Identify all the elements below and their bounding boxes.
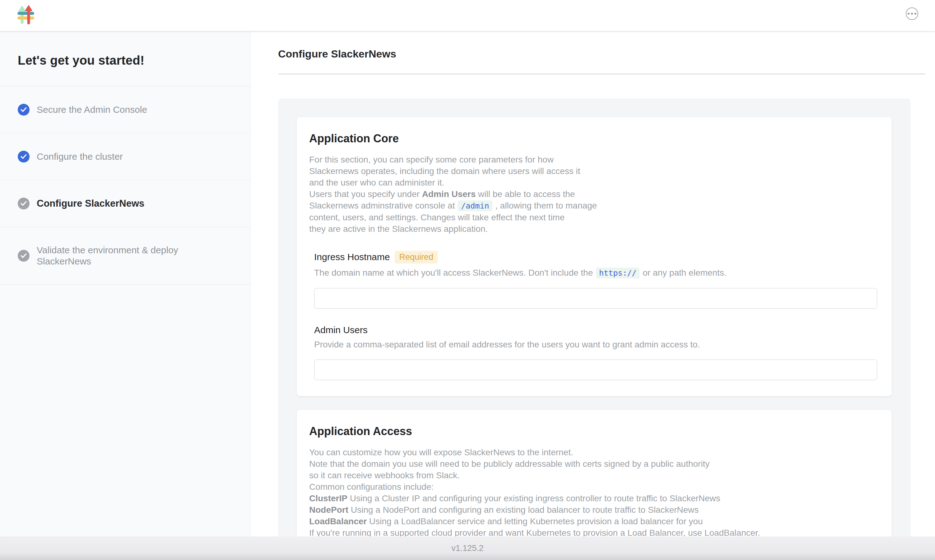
text-run: content, users, and settings. Changes wi… xyxy=(309,212,565,222)
version-label: v1.125.2 xyxy=(451,543,484,553)
text-line: so it can receive webhooks from Slack. xyxy=(309,469,879,481)
step-label: Secure the Admin Console xyxy=(37,104,147,115)
text-run: Using a Cluster IP and configuring your … xyxy=(347,494,721,503)
step-check-icon xyxy=(18,151,29,163)
step-check-icon xyxy=(18,104,29,115)
text-run: Common configurations include: xyxy=(309,482,434,492)
ingress-hostname-input[interactable] xyxy=(314,288,877,309)
config-panel: Application Core For this section, you c… xyxy=(278,98,910,560)
step-check-icon xyxy=(18,198,29,209)
bold-text: NodePort xyxy=(309,505,349,515)
text-line: For this section, you can specify some c… xyxy=(309,154,879,165)
text-line: content, users, and settings. Changes wi… xyxy=(309,212,879,223)
admin-users-help: Provide a comma-separated list of email … xyxy=(314,338,879,351)
step-list: Secure the Admin ConsoleConfigure the cl… xyxy=(0,86,250,285)
ellipsis-icon xyxy=(911,13,913,15)
text-run: Slackernews adminstrative console at xyxy=(309,201,457,211)
step-label: Configure SlackerNews xyxy=(37,198,144,209)
text-run: will be able to access the xyxy=(475,189,575,199)
form-fields: Ingress HostnameRequiredThe domain name … xyxy=(309,251,879,380)
ellipsis-icon xyxy=(908,13,909,15)
text-line: and the user who can administer it. xyxy=(309,177,879,188)
step-check-icon xyxy=(18,250,29,262)
main-content: Configure SlackerNews Application Core F… xyxy=(251,31,935,560)
admin-users-field-group: Admin UsersProvide a comma-separated lis… xyxy=(314,325,879,380)
text-line: You can customize how you will expose Sl… xyxy=(309,446,879,458)
admin-users-input[interactable] xyxy=(314,360,877,380)
text-run: Using a NodePort and configuring an exis… xyxy=(349,505,699,515)
bold-text: Admin Users xyxy=(422,189,476,199)
step-label: Validate the environment & deploy Slacke… xyxy=(37,245,223,267)
text-line: Slackernews adminstrative console at /ad… xyxy=(309,200,879,212)
inline-code-chip: https:// xyxy=(596,268,639,278)
overflow-menu-button[interactable] xyxy=(906,8,918,20)
text-line: Slackernews operates, including the doma… xyxy=(309,165,879,177)
inline-code-chip: /admin xyxy=(458,200,492,211)
ingress-hostname-help: The domain name at which you'll access S… xyxy=(314,267,879,279)
ingress-hostname-field-group: Ingress HostnameRequiredThe domain name … xyxy=(314,251,879,309)
text-run: or any path elements. xyxy=(640,268,726,277)
text-run: For this section, you can specify some c… xyxy=(309,155,554,165)
ingress-hostname-label: Ingress HostnameRequired xyxy=(314,251,879,263)
version-footer: v1.125.2 xyxy=(0,536,935,560)
text-run: , allowing them to manage xyxy=(493,201,597,211)
required-badge: Required xyxy=(395,251,438,263)
card-intro: You can customize how you will expose Sl… xyxy=(309,446,879,538)
text-run: The domain name at which you'll access S… xyxy=(314,268,596,277)
bold-text: ClusterIP xyxy=(309,494,347,503)
sidebar-title: Let's get you started! xyxy=(18,54,233,68)
slackernews-logo-icon xyxy=(17,5,34,26)
text-run: You can customize how you will expose Sl… xyxy=(309,448,573,457)
sidebar-step-configure-slackernews[interactable]: Configure SlackerNews xyxy=(0,180,250,227)
text-run: Users that you specify under xyxy=(309,189,422,199)
text-line: Common configurations include: xyxy=(309,481,879,492)
text-run: Using a LoadBalancer service and letting… xyxy=(367,517,703,526)
admin-users-label: Admin Users xyxy=(314,325,879,335)
setup-steps-sidebar: Let's get you started! Secure the Admin … xyxy=(0,31,251,536)
application-core-card: Application Core For this section, you c… xyxy=(297,117,892,396)
text-run: and the user who can administer it. xyxy=(309,178,444,188)
text-line: NodePort Using a NodePort and configurin… xyxy=(309,504,879,515)
step-label: Configure the cluster xyxy=(37,151,123,162)
text-run: they are active in the Slackernews appli… xyxy=(309,224,488,234)
page-title: Configure SlackerNews xyxy=(278,31,925,60)
text-run: Slackernews operates, including the doma… xyxy=(309,166,580,176)
text-line: Users that you specify under Admin Users… xyxy=(309,188,879,200)
text-run: Provide a comma-separated list of email … xyxy=(314,340,700,349)
sidebar-header: Let's get you started! xyxy=(0,31,250,86)
sidebar-step-validate-the-environment-deploy-slackernews[interactable]: Validate the environment & deploy Slacke… xyxy=(0,227,250,285)
text-run: Note that the domain you use will need t… xyxy=(309,459,710,469)
text-run: so it can receive webhooks from Slack. xyxy=(309,471,460,480)
text-line: Note that the domain you use will need t… xyxy=(309,458,879,469)
top-header xyxy=(0,0,935,31)
card-intro: For this section, you can specify some c… xyxy=(309,154,879,235)
text-line: LoadBalancer Using a LoadBalancer servic… xyxy=(309,515,879,527)
sidebar-step-configure-the-cluster[interactable]: Configure the cluster xyxy=(0,133,250,180)
card-title: Application Core xyxy=(309,132,879,145)
bold-text: LoadBalancer xyxy=(309,517,367,526)
text-line: they are active in the Slackernews appli… xyxy=(309,223,879,235)
sidebar-step-secure-the-admin-console[interactable]: Secure the Admin Console xyxy=(0,86,250,133)
ellipsis-icon xyxy=(915,13,916,15)
text-line: ClusterIP Using a Cluster IP and configu… xyxy=(309,492,879,504)
title-divider xyxy=(278,74,925,74)
card-title: Application Access xyxy=(309,425,879,438)
